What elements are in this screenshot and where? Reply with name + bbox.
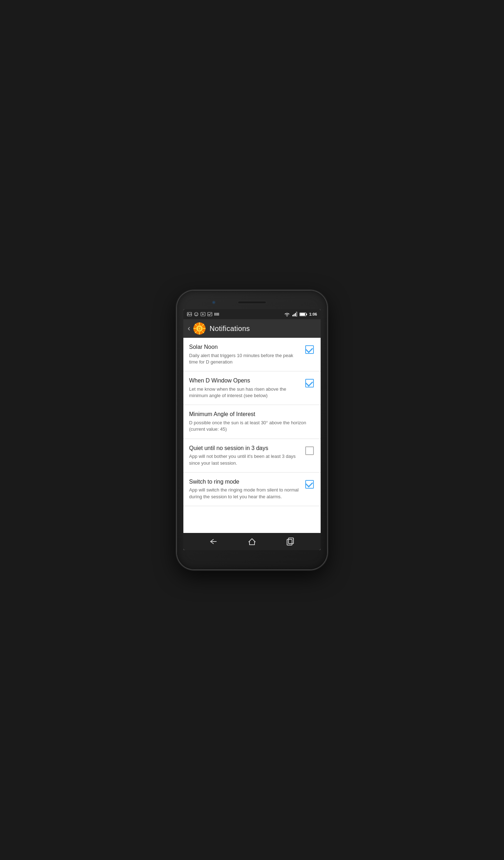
quiet-no-session-text: Quiet until no session in 3 days App wil…	[189, 445, 300, 466]
settings-list: Solar Noon Daily alert that triggers 10 …	[183, 338, 321, 533]
recents-nav-button[interactable]	[283, 534, 298, 549]
d-window-opens-item[interactable]: When D Window Opens Let me know when the…	[183, 371, 321, 405]
phone-device: 1:06 ‹ D Notificati	[177, 291, 327, 569]
d-window-opens-checkbox[interactable]	[305, 379, 314, 387]
battery-status-icon	[300, 312, 307, 317]
svg-rect-15	[296, 312, 297, 316]
quiet-no-session-checkbox-wrap[interactable]	[304, 445, 315, 456]
bars-icon	[214, 312, 219, 316]
d-window-opens-text: When D Window Opens Let me know when the…	[189, 377, 300, 399]
solar-noon-title: Solar Noon	[189, 343, 300, 351]
home-nav-button[interactable]	[245, 534, 259, 549]
solar-noon-checkbox[interactable]	[305, 345, 314, 354]
svg-rect-12	[292, 315, 293, 316]
quiet-no-session-title: Quiet until no session in 3 days	[189, 445, 300, 452]
back-nav-button[interactable]	[206, 534, 221, 549]
svg-rect-31	[288, 538, 293, 544]
svg-text:D: D	[198, 326, 201, 331]
svg-rect-11	[218, 313, 219, 316]
navigation-bar	[183, 533, 321, 550]
phone-top-hardware	[183, 297, 321, 308]
switch-ring-mode-desc: App will switch the ringing mode from si…	[189, 487, 300, 500]
switch-ring-mode-item[interactable]: Switch to ring mode App will switch the …	[183, 473, 321, 506]
wifi-status-icon	[284, 312, 290, 317]
switch-ring-mode-checkbox-wrap[interactable]	[304, 479, 315, 490]
status-time: 1:06	[309, 312, 317, 316]
svg-rect-7	[208, 312, 212, 316]
front-camera	[212, 301, 216, 304]
switch-ring-mode-checkbox[interactable]	[305, 480, 314, 489]
svg-rect-14	[295, 313, 296, 316]
back-button[interactable]: ‹	[188, 324, 190, 333]
phone-bottom-hardware	[183, 550, 321, 561]
svg-rect-17	[306, 313, 307, 315]
switch-ring-mode-title: Switch to ring mode	[189, 478, 300, 486]
phone-screen: 1:06 ‹ D Notificati	[183, 309, 321, 550]
svg-point-4	[197, 313, 197, 314]
svg-rect-10	[217, 313, 218, 316]
minimum-angle-text: Minimum Angle of Interest D possible onc…	[189, 411, 311, 433]
minimum-angle-item[interactable]: Minimum Angle of Interest D possible onc…	[183, 405, 321, 439]
image-icon	[187, 312, 192, 316]
svg-marker-6	[202, 313, 204, 315]
solar-noon-desc: Daily alert that triggers 10 minutes bef…	[189, 352, 300, 365]
quiet-no-session-item[interactable]: Quiet until no session in 3 days App wil…	[183, 439, 321, 473]
switch-ring-mode-text: Switch to ring mode App will switch the …	[189, 478, 300, 500]
earpiece-speaker	[238, 301, 266, 304]
svg-rect-9	[216, 313, 217, 316]
bottom-spacer	[183, 506, 321, 533]
check-icon	[207, 312, 212, 316]
quiet-no-session-desc: App will not bother you until it's been …	[189, 453, 300, 466]
signal-status-icon	[292, 312, 298, 317]
svg-point-3	[195, 313, 196, 314]
minimum-angle-desc: D possible once the sun is at least 30° …	[189, 420, 311, 433]
page-title: Notifications	[209, 325, 250, 333]
status-right-icons: 1:06	[284, 312, 317, 317]
d-window-opens-desc: Let me know when the sun has risen above…	[189, 386, 300, 399]
svg-rect-30	[287, 539, 292, 545]
app-icon: D	[193, 322, 206, 335]
svg-rect-18	[300, 313, 305, 316]
notification-icons	[187, 312, 219, 316]
quiet-no-session-checkbox[interactable]	[305, 446, 314, 455]
d-window-opens-checkbox-wrap[interactable]	[304, 378, 315, 389]
play-icon	[201, 312, 206, 316]
solar-noon-checkbox-wrap[interactable]	[304, 344, 315, 355]
solar-noon-item[interactable]: Solar Noon Daily alert that triggers 10 …	[183, 338, 321, 371]
solar-noon-text: Solar Noon Daily alert that triggers 10 …	[189, 343, 300, 365]
minimum-angle-title: Minimum Angle of Interest	[189, 411, 311, 418]
status-bar: 1:06	[183, 309, 321, 319]
action-bar: ‹ D Notifications	[183, 319, 321, 338]
svg-point-1	[188, 313, 189, 314]
svg-rect-8	[214, 313, 215, 316]
svg-rect-13	[293, 314, 295, 317]
d-window-opens-title: When D Window Opens	[189, 377, 300, 385]
face-icon	[194, 312, 199, 316]
